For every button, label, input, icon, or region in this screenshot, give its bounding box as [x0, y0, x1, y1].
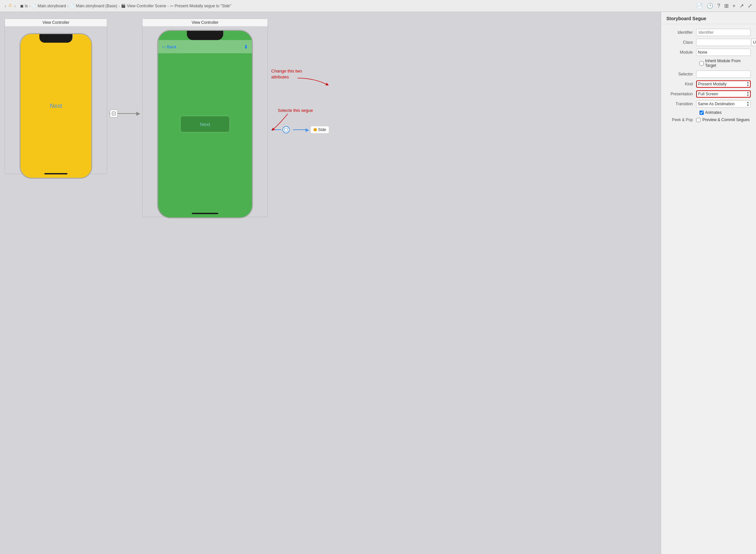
breadcrumb: ◼ ls › 📄 Main.storyboard › 📄 Main.storyb…	[20, 4, 231, 8]
presentation-select-wrapper: Full Screen Page Sheet Form Sheet Over F…	[696, 90, 751, 98]
transition-row: Transition Same As Destination Cover Ver…	[661, 99, 756, 109]
canvas-area[interactable]: View Controller ⬆ Next	[0, 12, 661, 554]
inherit-module-checkbox[interactable]	[699, 61, 704, 65]
vc-right-title: View Controller	[142, 19, 267, 26]
vc-right-box: View Controller ‹ ‹ Back ⬇ Next	[142, 18, 268, 217]
right-panel: Storyboard Segue Identifier Class UIStor…	[661, 12, 756, 554]
vc-left-title: View Controller	[5, 19, 107, 26]
class-row: Class UIStoryboardSegue ⬆ ▾	[661, 38, 756, 47]
identifier-label: Identifier	[667, 30, 696, 35]
breadcrumb-icon-1: ◼	[20, 4, 23, 8]
module-row: Module None	[661, 47, 756, 57]
animates-row: Animates	[661, 109, 756, 116]
clock-icon-button[interactable]: 🕐	[706, 2, 714, 10]
nav-right-icon: ⬇	[244, 44, 248, 50]
selector-label: Selector	[667, 72, 696, 76]
next-label-left: Next	[50, 103, 62, 110]
class-value-display: UIStoryboardSegue	[751, 39, 756, 46]
animates-label[interactable]: Animates	[699, 110, 721, 115]
panel-body: Identifier Class UIStoryboardSegue ⬆ ▾ M…	[661, 24, 756, 127]
phone-left-content: Next	[20, 34, 91, 178]
side-badge: Side	[311, 126, 329, 133]
class-label: Class	[667, 40, 696, 45]
kind-row: Kind Present Modally Show Push ▲▼	[661, 79, 756, 89]
panel-header: Storyboard Segue	[661, 12, 756, 24]
class-field-group: UIStoryboardSegue ⬆ ▾	[696, 39, 756, 46]
transition-label: Transition	[667, 102, 696, 106]
main-layout: View Controller ⬆ Next	[0, 12, 756, 554]
presentation-select[interactable]: Full Screen Page Sheet Form Sheet Over F…	[696, 90, 751, 98]
top-bar: ‹ ⚠ › ◼ ls › 📄 Main.storyboard › 📄 Main.…	[0, 0, 756, 12]
animates-checkbox[interactable]	[699, 111, 704, 115]
module-select[interactable]: None	[696, 49, 751, 56]
phone-left: ⬆ Next	[19, 33, 92, 179]
peek-pop-checkbox[interactable]	[696, 118, 700, 122]
phone-left-home-bar	[44, 173, 67, 174]
annotation-select: Selecte this segue	[278, 108, 313, 113]
plus-icon-button[interactable]: +	[732, 2, 736, 10]
transition-select-wrapper: Same As Destination Cover Vertical Flip …	[696, 100, 751, 108]
class-input[interactable]	[696, 39, 750, 46]
module-select-wrap: None	[696, 49, 751, 56]
peek-pop-rest: Preview & Commit Segues	[696, 117, 751, 122]
file-icon-button[interactable]: 📄	[695, 2, 703, 10]
vc-left-box: View Controller ⬆ Next	[5, 18, 107, 174]
phone-right-notch	[187, 31, 223, 40]
share-icon-button[interactable]: ↗	[739, 2, 744, 10]
segue-square-icon[interactable]	[110, 110, 118, 117]
warning-icon: ⚠	[8, 3, 12, 9]
kind-select[interactable]: Present Modally Show Push	[696, 80, 751, 88]
phone-right-navbar: ‹ ‹ Back ⬇	[158, 40, 252, 53]
identifier-row: Identifier	[661, 27, 756, 38]
back-button[interactable]: ‹ ‹ Back	[162, 44, 177, 49]
selector-row: Selector	[661, 69, 756, 79]
module-label: Module	[667, 50, 696, 55]
side-dot-icon	[314, 128, 317, 131]
nav-forward-button[interactable]: ›	[13, 3, 17, 9]
kind-label: Kind	[667, 82, 696, 87]
grid-icon-button[interactable]: ⊞	[723, 2, 729, 10]
next-button-green[interactable]: Next	[180, 116, 230, 132]
expand-icon-button[interactable]: ⤢	[747, 2, 753, 10]
presentation-label: Presentation	[667, 92, 696, 96]
kind-select-wrapper: Present Modally Show Push ▲▼	[696, 80, 751, 88]
presentation-row: Presentation Full Screen Page Sheet Form…	[661, 89, 756, 99]
inherit-module-label[interactable]: Inherit Module From Target	[699, 59, 751, 68]
transition-select[interactable]: Same As Destination Cover Vertical Flip …	[696, 100, 751, 108]
segue-connector-right: ▶ Side	[271, 126, 329, 133]
phone-right: ‹ ‹ Back ⬇ Next	[157, 30, 253, 218]
peek-pop-row: Peek & Pop Preview & Commit Segues	[661, 116, 756, 123]
segue-node-inner	[285, 128, 288, 131]
selector-input[interactable]	[696, 70, 751, 78]
help-icon-button[interactable]: ?	[717, 2, 721, 10]
identifier-input[interactable]	[696, 29, 751, 36]
nav-back-button[interactable]: ‹	[3, 3, 8, 9]
segue-node[interactable]	[282, 126, 290, 133]
phone-left-notch	[39, 34, 72, 43]
peek-pop-label: Peek & Pop	[667, 117, 696, 122]
phone-right-home-bar	[192, 213, 218, 214]
annotation-change: Change this twoattributes	[271, 68, 302, 80]
inherit-module-row: Inherit Module From Target	[661, 57, 756, 69]
segue-connector-left: ▶	[109, 110, 140, 117]
chevron-left-icon: ‹	[162, 44, 164, 49]
